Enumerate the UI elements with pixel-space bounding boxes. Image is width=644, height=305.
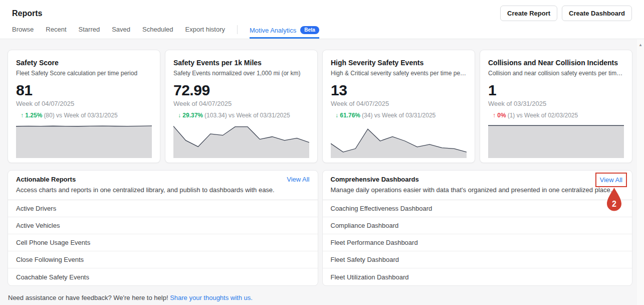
trend-down-icon: ↓ <box>178 112 181 119</box>
panel-subtitle: Access charts and reports in one central… <box>16 186 310 194</box>
metric-card-collisions-near-collisions[interactable]: Collisions and Near Collision Incidents … <box>480 50 632 163</box>
create-dashboard-button[interactable]: Create Dashboard <box>562 6 632 21</box>
delta-detail: (1) vs Week of 02/03/2025 <box>508 112 578 119</box>
sparkline-chart <box>16 124 152 158</box>
list-item-fleet-performance-dashboard[interactable]: Fleet Performance Dashboard <box>323 234 632 251</box>
feedback-footer: Need assistance or have feedback? We're … <box>8 286 632 301</box>
metric-card-safety-events-per-1k-miles[interactable]: Safety Events per 1k Miles Safety Events… <box>165 50 318 163</box>
sparkline-chart <box>488 124 624 158</box>
delta-percent: 29.37% <box>182 112 203 119</box>
trend-up-icon: ↑ <box>21 112 24 119</box>
card-period: Week of 04/07/2025 <box>173 100 309 108</box>
annotation-step-marker: 2 <box>605 187 623 213</box>
feedback-text: Need assistance or have feedback? We're … <box>8 294 168 301</box>
actionable-reports-panel: Actionable Reports Access charts and rep… <box>8 170 318 286</box>
card-title: Safety Score <box>16 58 152 67</box>
metric-cards-row: Safety Score Fleet Safety Score calculat… <box>8 50 632 163</box>
card-period: Week of 04/07/2025 <box>331 100 467 108</box>
list-item-compliance-dashboard[interactable]: Compliance Dashboard <box>323 217 632 234</box>
view-all-dashboards-link[interactable]: View All <box>600 176 622 184</box>
tab-export-history[interactable]: Export history <box>185 26 225 39</box>
sparkline-chart <box>331 124 467 158</box>
dashboards-list: Coaching Effectiveness Dashboard Complia… <box>323 200 632 285</box>
panel-title: Actionable Reports <box>16 176 310 184</box>
trend-up-icon: ↑ <box>493 112 496 119</box>
panel-header: Comprehensive Dashboards Manage daily op… <box>323 171 632 200</box>
card-delta: ↑ 0%(1) vs Week of 02/03/2025 <box>488 112 624 119</box>
card-subtitle: Fleet Safety Score calculation per time … <box>16 70 152 77</box>
list-item-active-drivers[interactable]: Active Drivers <box>8 200 318 217</box>
card-value: 72.99 <box>173 82 309 98</box>
comprehensive-dashboards-panel: Comprehensive Dashboards Manage daily op… <box>322 170 633 286</box>
card-title: High Severity Safety Events <box>331 58 467 67</box>
tab-starred[interactable]: Starred <box>79 26 100 39</box>
page-title: Reports <box>12 9 42 18</box>
card-subtitle: Collision and near collision safety even… <box>488 70 624 77</box>
list-item-close-following-events[interactable]: Close Following Events <box>8 251 318 268</box>
tab-recent[interactable]: Recent <box>46 26 66 39</box>
card-value: 1 <box>488 82 624 98</box>
view-all-reports-link[interactable]: View All <box>287 176 309 183</box>
main-content: Safety Score Fleet Safety Score calculat… <box>0 39 644 301</box>
list-item-active-vehicles[interactable]: Active Vehicles <box>8 217 318 234</box>
card-title: Collisions and Near Collision Incidents <box>488 58 624 67</box>
page-header: Reports Create Report Create Dashboard <box>0 0 644 22</box>
tab-browse[interactable]: Browse <box>12 26 34 39</box>
tab-scheduled[interactable]: Scheduled <box>142 26 173 39</box>
tab-motive-analytics-label: Motive Analytics <box>250 27 296 34</box>
delta-detail: (34) vs Week of 03/31/2025 <box>362 112 436 119</box>
panel-header: Actionable Reports Access charts and rep… <box>8 171 318 200</box>
tab-saved[interactable]: Saved <box>112 26 130 39</box>
card-value: 81 <box>16 82 152 98</box>
beta-badge: Beta <box>300 26 319 34</box>
list-item-fleet-safety-dashboard[interactable]: Fleet Safety Dashboard <box>323 251 632 268</box>
delta-percent: 0% <box>497 112 506 119</box>
delta-percent: 61.76% <box>340 112 360 119</box>
reports-list: Active Drivers Active Vehicles Cell Phon… <box>8 200 318 285</box>
scroll-up-arrow[interactable]: ▲ <box>637 39 644 47</box>
create-report-button[interactable]: Create Report <box>500 6 557 21</box>
tab-bar: Browse Recent Starred Saved Scheduled Ex… <box>0 22 644 39</box>
share-feedback-link[interactable]: Share your thoughts with us. <box>170 294 253 301</box>
card-delta: ↓ 61.76%(34) vs Week of 03/31/2025 <box>331 112 467 119</box>
card-period: Week of 04/07/2025 <box>16 100 152 108</box>
card-period: Week of 03/31/2025 <box>488 100 624 108</box>
delta-percent: 1.25% <box>25 112 42 119</box>
list-item-fleet-utilization-dashboard[interactable]: Fleet Utilization Dashboard <box>323 268 632 285</box>
delta-detail: (80) vs Week of 03/31/2025 <box>44 112 117 119</box>
card-value: 13 <box>331 82 467 98</box>
scrollbar[interactable]: ▲ <box>637 39 644 305</box>
trend-down-icon: ↓ <box>335 112 338 119</box>
card-subtitle: Safety Events normalized over 1,000 mi (… <box>173 70 309 77</box>
sparkline-chart <box>173 124 309 158</box>
panel-title: Comprehensive Dashboards <box>331 176 624 184</box>
card-delta: ↓ 29.37%(103.34) vs Week of 03/31/2025 <box>173 112 309 119</box>
card-delta: ↑ 1.25%(80) vs Week of 03/31/2025 <box>16 112 152 119</box>
panels-row: Actionable Reports Access charts and rep… <box>8 170 632 286</box>
list-item-coachable-safety-events[interactable]: Coachable Safety Events <box>8 268 318 285</box>
card-subtitle: High & Critical severity safety events p… <box>331 70 467 77</box>
tab-motive-analytics[interactable]: Motive Analytics Beta <box>250 26 319 39</box>
list-item-cell-phone-usage-events[interactable]: Cell Phone Usage Events <box>8 234 318 251</box>
panel-subtitle: Manage daily operations easier with data… <box>331 186 624 194</box>
metric-card-high-severity-safety-events[interactable]: High Severity Safety Events High & Criti… <box>322 50 475 163</box>
delta-detail: (103.34) vs Week of 03/31/2025 <box>204 112 290 119</box>
list-item-coaching-effectiveness-dashboard[interactable]: Coaching Effectiveness Dashboard <box>323 200 632 217</box>
tab-divider <box>237 25 238 34</box>
annotation-highlight-box: View All <box>595 173 627 187</box>
card-title: Safety Events per 1k Miles <box>173 58 309 67</box>
header-actions: Create Report Create Dashboard <box>500 6 632 21</box>
annotation-step-number: 2 <box>612 200 616 208</box>
metric-card-safety-score[interactable]: Safety Score Fleet Safety Score calculat… <box>8 50 160 163</box>
